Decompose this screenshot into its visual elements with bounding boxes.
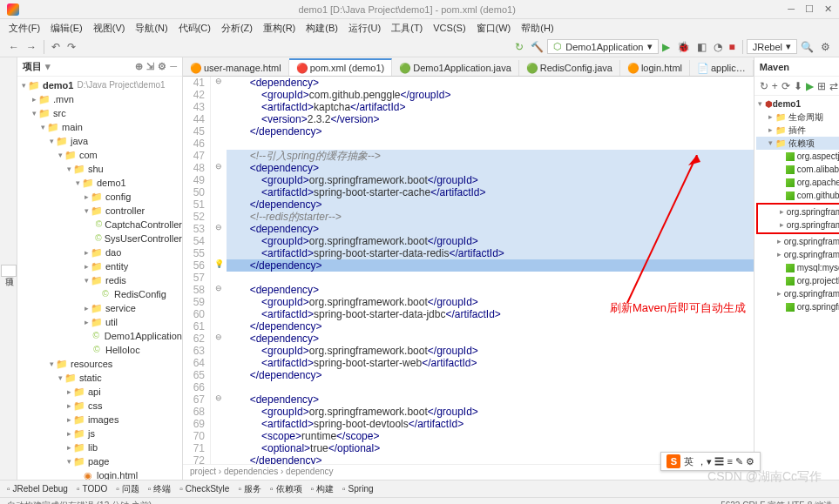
- bottom-tab[interactable]: ▫TODO: [77, 484, 107, 494]
- bottom-tab[interactable]: ▫CheckStyle: [179, 484, 229, 494]
- add-icon[interactable]: +: [772, 80, 778, 92]
- maven-dep[interactable]: org.projectlombok:lombok:1.18.22: [756, 274, 839, 287]
- refresh-icon[interactable]: ↻: [760, 80, 768, 92]
- bottom-tab[interactable]: ▫JRebel Debug: [7, 484, 68, 494]
- editor-tab[interactable]: 🟢RedisConfig.java: [519, 60, 620, 76]
- maven-root[interactable]: ▾⬢ demo1: [756, 97, 839, 111]
- tree-node[interactable]: ▸📁util: [17, 315, 182, 329]
- editor-tab[interactable]: 🟠login.html: [620, 60, 690, 76]
- menu-item[interactable]: 重构(R): [260, 20, 299, 37]
- menu-item[interactable]: 窗口(W): [473, 20, 515, 37]
- tree-node[interactable]: Demo1Application: [17, 329, 182, 343]
- forward-icon[interactable]: →: [23, 39, 40, 55]
- settings-icon[interactable]: ⚙: [817, 39, 834, 55]
- maven-lifecycle[interactable]: ▸📁 生命周期: [756, 111, 839, 124]
- maven-dep[interactable]: org.apache.commons:commons-lang3:3.4: [756, 176, 839, 189]
- menu-item[interactable]: 构建(B): [302, 20, 342, 37]
- tree-node[interactable]: ▸📁service: [17, 301, 182, 315]
- maven-dep[interactable]: com.github.penggle:kaptcha:2.3.2: [756, 189, 839, 202]
- run-icon[interactable]: ▶: [659, 39, 673, 55]
- jrebel-select[interactable]: JRebel ▾: [747, 39, 797, 54]
- maven-plugins[interactable]: ▸📁 插件: [756, 124, 839, 137]
- menu-item[interactable]: 代码(C): [175, 20, 214, 37]
- menu-item[interactable]: 视图(V): [90, 20, 129, 37]
- bottom-tab[interactable]: ▫构建: [311, 483, 335, 495]
- generate-icon[interactable]: ⟳: [781, 80, 790, 92]
- debug-icon[interactable]: 🐞: [673, 39, 694, 55]
- maven-dep[interactable]: ▸org.springframework.boot:spring-boot-st…: [759, 205, 839, 218]
- menu-item[interactable]: 帮助(H): [518, 20, 557, 37]
- tree-node[interactable]: ▾📁com: [17, 148, 182, 162]
- maven-dep[interactable]: com.alibaba:fastjson:1.2.73: [756, 163, 839, 176]
- maven-dep[interactable]: mysql:mysql-connector-java:8.0.28 (runti…: [756, 261, 839, 274]
- maven-dep[interactable]: ▸org.springframework.boot:spring-boot-st…: [756, 235, 839, 248]
- collapse-icon[interactable]: ⊕: [135, 61, 143, 72]
- tree-node[interactable]: ▾📁src: [17, 106, 182, 120]
- tree-node[interactable]: RedisConfig: [17, 287, 182, 301]
- tree-node[interactable]: ▸📁config: [17, 190, 182, 204]
- code-editor[interactable]: <dependency> <groupId>com.github.penggle…: [227, 77, 754, 464]
- menu-item[interactable]: VCS(S): [430, 21, 469, 35]
- tool-tab[interactable]: 项目: [1, 265, 17, 277]
- tree-node[interactable]: ▾📁page: [17, 454, 182, 468]
- maximize-icon[interactable]: ☐: [805, 3, 814, 15]
- tree-node[interactable]: ▸📁css: [17, 399, 182, 413]
- tree-node[interactable]: ▸📁dao: [17, 245, 182, 259]
- menu-item[interactable]: 文件(F): [5, 20, 44, 37]
- maven-dep[interactable]: ▸org.springframework.boot:spring-boot-st…: [756, 287, 839, 300]
- maven-dep[interactable]: ▸org.springframework.boot:spring-boot-de…: [756, 248, 839, 261]
- run-icon[interactable]: ▶: [806, 80, 814, 92]
- search-icon[interactable]: 🔍: [797, 39, 817, 55]
- tree-node[interactable]: ▸📁api: [17, 385, 182, 399]
- redo-icon[interactable]: ↷: [64, 39, 79, 55]
- tree-node[interactable]: ◉login.html: [17, 468, 182, 480]
- execute-icon[interactable]: ⊞: [817, 80, 826, 92]
- settings-icon[interactable]: ⚙: [158, 61, 166, 72]
- ime-indicator[interactable]: S 英 ，▾ ☰ ≡ ✎ ⚙: [660, 452, 761, 471]
- editor-tab[interactable]: 📄applic…: [690, 60, 754, 76]
- download-icon[interactable]: ⬇: [794, 80, 802, 92]
- back-icon[interactable]: ←: [5, 39, 23, 55]
- build-icon[interactable]: 🔨: [527, 39, 547, 55]
- maven-dep[interactable]: ▸org.springframework.boot:spring-boot-st…: [759, 218, 839, 232]
- bottom-tab[interactable]: ▫终端: [148, 483, 172, 495]
- profile-icon[interactable]: ◔: [710, 39, 726, 55]
- hide-icon[interactable]: ─: [170, 61, 177, 72]
- tree-node[interactable]: ▸📁.mvn: [17, 92, 182, 106]
- tree-node[interactable]: ▸📁entity: [17, 259, 182, 273]
- maven-deps[interactable]: ▾📁 依赖项: [756, 137, 839, 150]
- tree-node[interactable]: ▾📁shu: [17, 162, 182, 176]
- tree-node[interactable]: ▸📁js: [17, 427, 182, 440]
- minimize-icon[interactable]: ─: [788, 3, 795, 15]
- tree-root[interactable]: ▾📁demo1D:\Java Project\demo1: [17, 78, 182, 92]
- run-config-select[interactable]: ⬡ Demo1Application ▾: [547, 39, 658, 54]
- maven-dep[interactable]: org.aspectj:aspectjweaver:1.9.1: [756, 150, 839, 163]
- menu-item[interactable]: 工具(T): [388, 20, 426, 37]
- maven-dep[interactable]: org.springframework:spring-jdbc:5.3.12: [756, 300, 839, 313]
- menu-item[interactable]: 分析(Z): [218, 20, 256, 37]
- tree-node[interactable]: ▾📁static: [17, 371, 182, 385]
- undo-icon[interactable]: ↶: [48, 39, 64, 55]
- menu-item[interactable]: 导航(N): [132, 20, 171, 37]
- bottom-tab[interactable]: ▫依赖项: [270, 483, 302, 495]
- tree-node[interactable]: ▸📁lib: [17, 440, 182, 454]
- tree-node[interactable]: CaptchaController: [17, 218, 182, 232]
- bottom-tab[interactable]: ▫问题: [116, 483, 139, 495]
- menu-item[interactable]: 运行(U): [345, 20, 384, 37]
- bottom-tab[interactable]: ▫Spring: [342, 484, 373, 494]
- tree-node[interactable]: HelloIoc: [17, 343, 182, 357]
- editor-tab[interactable]: 🔴pom.xml (demo1): [289, 58, 393, 76]
- tree-node[interactable]: ▾📁redis: [17, 273, 182, 287]
- tree-node[interactable]: ▾📁java: [17, 134, 182, 148]
- toggle-icon[interactable]: ⇄: [829, 80, 838, 92]
- tree-node[interactable]: SysUserController: [17, 232, 182, 245]
- expand-icon[interactable]: ⇲: [146, 61, 154, 72]
- maven-tree[interactable]: ▾⬢ demo1▸📁 生命周期▸📁 插件▾📁 依赖项org.aspectj:as…: [754, 96, 839, 480]
- tree-node[interactable]: ▾📁main: [17, 120, 182, 134]
- tree-node[interactable]: ▾📁resources: [17, 357, 182, 371]
- project-tree[interactable]: ▾📁demo1D:\Java Project\demo1▸📁.mvn▾📁src▾…: [17, 77, 182, 480]
- tree-node[interactable]: ▸📁images: [17, 413, 182, 427]
- menu-item[interactable]: 编辑(E): [47, 20, 86, 37]
- tree-node[interactable]: ▾📁controller: [17, 204, 182, 218]
- editor-tab[interactable]: 🟢Demo1Application.java: [392, 60, 519, 76]
